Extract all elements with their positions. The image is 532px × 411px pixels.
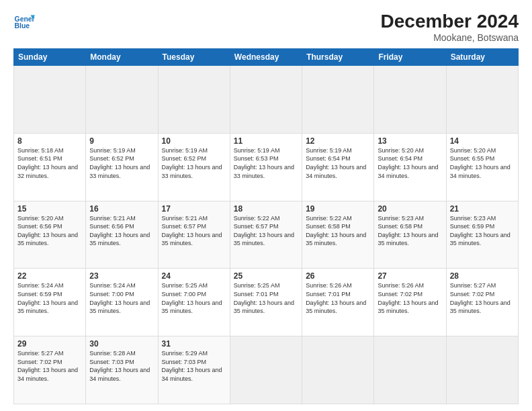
calendar-cell: 15Sunrise: 5:20 AMSunset: 6:56 PMDayligh… — [14, 201, 86, 269]
day-info: Sunrise: 5:19 AMSunset: 6:54 PMDaylight:… — [306, 147, 366, 179]
calendar-cell — [230, 66, 302, 134]
col-tuesday: Tuesday — [158, 49, 230, 66]
calendar-cell: 27Sunrise: 5:26 AMSunset: 7:02 PMDayligh… — [374, 269, 446, 336]
day-info: Sunrise: 5:26 AMSunset: 7:01 PMDaylight:… — [306, 282, 366, 314]
day-info: Sunrise: 5:25 AMSunset: 7:01 PMDaylight:… — [234, 282, 294, 314]
calendar-cell: 30Sunrise: 5:28 AMSunset: 7:03 PMDayligh… — [86, 336, 158, 404]
day-number: 24 — [162, 271, 226, 281]
day-number: 20 — [378, 204, 442, 214]
day-number: 27 — [378, 271, 442, 281]
calendar-subtitle: Mookane, Botswana — [381, 32, 519, 43]
calendar-cell: 12Sunrise: 5:19 AMSunset: 6:54 PMDayligh… — [302, 133, 374, 201]
day-number: 25 — [234, 271, 298, 281]
calendar-cell: 14Sunrise: 5:20 AMSunset: 6:55 PMDayligh… — [446, 133, 518, 201]
day-number: 21 — [450, 204, 515, 214]
day-number: 23 — [89, 271, 154, 281]
calendar-cell: 17Sunrise: 5:21 AMSunset: 6:57 PMDayligh… — [158, 201, 230, 269]
day-info: Sunrise: 5:23 AMSunset: 6:58 PMDaylight:… — [378, 215, 438, 247]
calendar-cell — [374, 336, 446, 404]
calendar-cell: 26Sunrise: 5:26 AMSunset: 7:01 PMDayligh… — [302, 269, 374, 336]
day-info: Sunrise: 5:22 AMSunset: 6:58 PMDaylight:… — [306, 215, 366, 247]
calendar-cell: 19Sunrise: 5:22 AMSunset: 6:58 PMDayligh… — [302, 201, 374, 269]
day-info: Sunrise: 5:27 AMSunset: 7:02 PMDaylight:… — [17, 350, 78, 382]
calendar-week-4: 22Sunrise: 5:24 AMSunset: 6:59 PMDayligh… — [14, 269, 519, 336]
day-info: Sunrise: 5:24 AMSunset: 6:59 PMDaylight:… — [17, 282, 78, 314]
day-info: Sunrise: 5:21 AMSunset: 6:57 PMDaylight:… — [162, 215, 222, 247]
calendar-cell — [158, 66, 230, 134]
day-number: 22 — [17, 271, 82, 281]
col-thursday: Thursday — [302, 49, 374, 66]
day-number: 30 — [89, 339, 154, 349]
day-info: Sunrise: 5:19 AMSunset: 6:52 PMDaylight:… — [162, 147, 222, 179]
day-info: Sunrise: 5:20 AMSunset: 6:55 PMDaylight:… — [450, 147, 511, 179]
calendar-cell: 8Sunrise: 5:18 AMSunset: 6:51 PMDaylight… — [14, 133, 86, 201]
col-saturday: Saturday — [446, 49, 518, 66]
day-number: 9 — [89, 136, 154, 146]
calendar-table: Sunday Monday Tuesday Wednesday Thursday… — [13, 48, 519, 404]
header: General Blue December 2024 Mookane, Bots… — [13, 11, 519, 43]
calendar-cell: 16Sunrise: 5:21 AMSunset: 6:56 PMDayligh… — [86, 201, 158, 269]
day-info: Sunrise: 5:28 AMSunset: 7:03 PMDaylight:… — [89, 350, 150, 382]
day-number: 10 — [162, 136, 226, 146]
day-info: Sunrise: 5:25 AMSunset: 7:00 PMDaylight:… — [162, 282, 222, 314]
calendar-cell: 24Sunrise: 5:25 AMSunset: 7:00 PMDayligh… — [158, 269, 230, 336]
calendar-cell — [446, 66, 518, 134]
col-sunday: Sunday — [14, 49, 86, 66]
day-info: Sunrise: 5:22 AMSunset: 6:57 PMDaylight:… — [234, 215, 294, 247]
calendar-cell — [14, 66, 86, 134]
calendar-cell: 9Sunrise: 5:19 AMSunset: 6:52 PMDaylight… — [86, 133, 158, 201]
calendar-week-2: 8Sunrise: 5:18 AMSunset: 6:51 PMDaylight… — [14, 133, 519, 201]
day-number: 15 — [17, 204, 82, 214]
calendar-cell: 25Sunrise: 5:25 AMSunset: 7:01 PMDayligh… — [230, 269, 302, 336]
calendar-cell: 13Sunrise: 5:20 AMSunset: 6:54 PMDayligh… — [374, 133, 446, 201]
title-block: December 2024 Mookane, Botswana — [381, 11, 519, 43]
day-info: Sunrise: 5:29 AMSunset: 7:03 PMDaylight:… — [162, 350, 222, 382]
calendar-week-5: 29Sunrise: 5:27 AMSunset: 7:02 PMDayligh… — [14, 336, 519, 404]
day-info: Sunrise: 5:20 AMSunset: 6:54 PMDaylight:… — [378, 147, 438, 179]
day-number: 17 — [162, 204, 226, 214]
calendar-cell — [86, 66, 158, 134]
day-number: 19 — [306, 204, 370, 214]
day-number: 8 — [17, 136, 82, 146]
calendar-cell — [230, 336, 302, 404]
calendar-title: December 2024 — [381, 11, 519, 32]
calendar-cell: 29Sunrise: 5:27 AMSunset: 7:02 PMDayligh… — [14, 336, 86, 404]
calendar-cell: 18Sunrise: 5:22 AMSunset: 6:57 PMDayligh… — [230, 201, 302, 269]
calendar-cell: 31Sunrise: 5:29 AMSunset: 7:03 PMDayligh… — [158, 336, 230, 404]
day-number: 16 — [89, 204, 154, 214]
calendar-cell: 22Sunrise: 5:24 AMSunset: 6:59 PMDayligh… — [14, 269, 86, 336]
day-number: 18 — [234, 204, 298, 214]
day-number: 13 — [378, 136, 442, 146]
day-info: Sunrise: 5:27 AMSunset: 7:02 PMDaylight:… — [450, 282, 511, 314]
col-monday: Monday — [86, 49, 158, 66]
day-info: Sunrise: 5:19 AMSunset: 6:53 PMDaylight:… — [234, 147, 294, 179]
col-wednesday: Wednesday — [230, 49, 302, 66]
calendar-week-3: 15Sunrise: 5:20 AMSunset: 6:56 PMDayligh… — [14, 201, 519, 269]
day-info: Sunrise: 5:18 AMSunset: 6:51 PMDaylight:… — [17, 147, 78, 179]
logo: General Blue — [13, 11, 35, 32]
day-info: Sunrise: 5:20 AMSunset: 6:56 PMDaylight:… — [17, 215, 78, 247]
calendar-cell: 23Sunrise: 5:24 AMSunset: 7:00 PMDayligh… — [86, 269, 158, 336]
calendar-cell: 20Sunrise: 5:23 AMSunset: 6:58 PMDayligh… — [374, 201, 446, 269]
day-number: 28 — [450, 271, 515, 281]
day-number: 12 — [306, 136, 370, 146]
day-number: 14 — [450, 136, 515, 146]
day-number: 11 — [234, 136, 298, 146]
day-number: 31 — [162, 339, 226, 349]
day-number: 29 — [17, 339, 82, 349]
header-row: Sunday Monday Tuesday Wednesday Thursday… — [14, 49, 519, 66]
calendar-cell — [374, 66, 446, 134]
svg-text:Blue: Blue — [15, 22, 30, 30]
day-info: Sunrise: 5:24 AMSunset: 7:00 PMDaylight:… — [89, 282, 150, 314]
day-info: Sunrise: 5:26 AMSunset: 7:02 PMDaylight:… — [378, 282, 438, 314]
day-info: Sunrise: 5:19 AMSunset: 6:52 PMDaylight:… — [89, 147, 150, 179]
calendar-week-1 — [14, 66, 519, 134]
day-info: Sunrise: 5:21 AMSunset: 6:56 PMDaylight:… — [89, 215, 150, 247]
calendar-cell — [302, 66, 374, 134]
calendar-cell: 11Sunrise: 5:19 AMSunset: 6:53 PMDayligh… — [230, 133, 302, 201]
col-friday: Friday — [374, 49, 446, 66]
calendar-cell: 28Sunrise: 5:27 AMSunset: 7:02 PMDayligh… — [446, 269, 518, 336]
logo-icon: General Blue — [13, 11, 35, 32]
calendar-cell — [302, 336, 374, 404]
page: General Blue December 2024 Mookane, Bots… — [0, 0, 532, 411]
